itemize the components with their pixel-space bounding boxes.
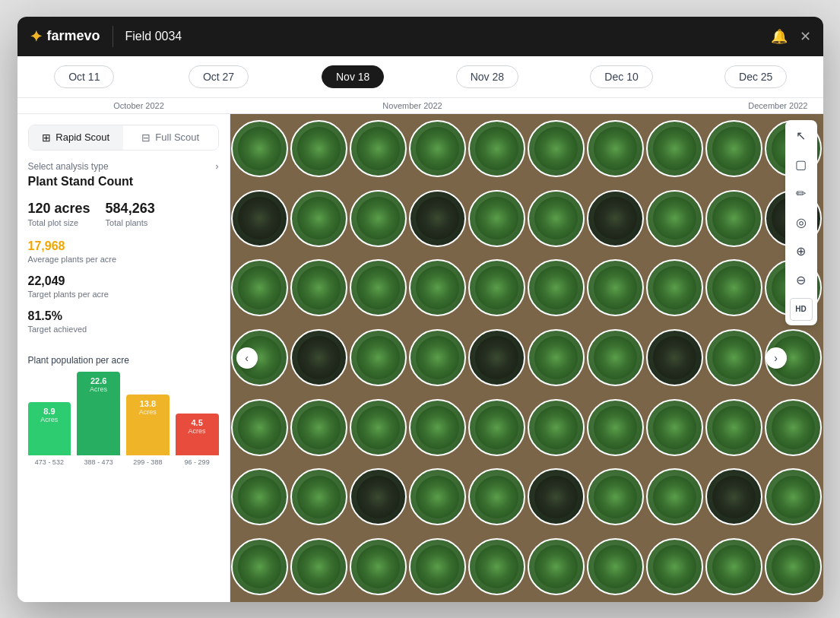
plant-cell	[230, 462, 290, 532]
plant-circle	[646, 190, 703, 247]
bar-wrapper-3: 4.5Acres96 - 299	[176, 414, 219, 466]
chart-section: Plant population per acre 8.9Acres473 - …	[17, 344, 230, 602]
cursor-tool[interactable]: ↖	[790, 125, 813, 147]
timeline-date-5[interactable]: Dec 25	[689, 65, 823, 88]
bar-range-1: 388 - 473	[84, 458, 113, 466]
bar-chart: 8.9Acres473 - 53222.6Acres388 - 47313.8A…	[28, 375, 219, 466]
plant-cell	[705, 462, 764, 532]
plant-circle	[350, 329, 407, 386]
hd-tool[interactable]: HD	[790, 298, 813, 321]
plant-circle	[290, 538, 347, 595]
bar-1: 22.6Acres	[77, 372, 120, 455]
plant-cell	[230, 253, 290, 323]
pen-tool[interactable]: ✏	[790, 182, 813, 205]
bar-wrapper-1: 22.6Acres388 - 473	[77, 372, 120, 466]
plant-cell	[408, 392, 468, 462]
scout-label-0: Rapid Scout	[55, 132, 109, 143]
plant-cell	[468, 323, 527, 393]
plant-cell	[645, 114, 705, 184]
bar-sub-1: Acres	[90, 385, 107, 393]
main-content: ⊞Rapid Scout⊟Full Scout Select analysis …	[17, 114, 823, 602]
plant-cell	[527, 253, 586, 323]
plant-cell	[645, 462, 705, 532]
notification-icon[interactable]: 🔔	[771, 28, 788, 45]
bar-wrapper-2: 13.8Acres299 - 388	[126, 395, 170, 466]
plant-cell	[408, 183, 468, 253]
scout-btn-1[interactable]: ⊟Full Scout	[123, 125, 218, 150]
plant-cell	[645, 392, 705, 462]
plant-cell	[349, 462, 408, 532]
plant-circle	[705, 190, 762, 247]
plant-circle	[350, 259, 407, 316]
plant-circle	[528, 468, 585, 525]
titlebar: ✦ farmevo Field 0034 🔔 ✕	[17, 17, 823, 56]
scout-btn-0[interactable]: ⊞Rapid Scout	[29, 125, 124, 150]
total-plot-size: 120 acres Total plot size	[28, 201, 90, 227]
plant-circle	[646, 538, 703, 595]
zoom-out-tool[interactable]: ⊖	[790, 269, 813, 292]
plant-cell	[705, 253, 764, 323]
camera-tool[interactable]: ◎	[790, 211, 813, 234]
plant-circle	[528, 538, 585, 595]
plant-circle	[409, 190, 466, 247]
timeline-date-3[interactable]: Nov 28	[420, 65, 555, 88]
bar-3: 4.5Acres	[176, 414, 219, 455]
app-window: ✦ farmevo Field 0034 🔔 ✕ Oct 11Oct 27Nov…	[17, 17, 823, 602]
timeline-date-1[interactable]: Oct 27	[151, 65, 286, 88]
bar-range-3: 96 - 299	[185, 458, 210, 466]
analysis-type-title: Plant Stand Count	[28, 175, 219, 189]
plant-cell	[586, 323, 645, 393]
plant-circle	[587, 538, 644, 595]
logo-text: farmevo	[47, 28, 100, 44]
titlebar-actions: 🔔 ✕	[771, 28, 811, 45]
plant-cell	[408, 532, 468, 602]
plant-circle	[705, 259, 762, 316]
plant-cell	[527, 114, 586, 184]
plant-circle	[350, 468, 407, 525]
plant-circle	[528, 259, 585, 316]
target-achieved-label: Target achieved	[28, 325, 219, 334]
scout-icon-0: ⊞	[42, 132, 51, 144]
plant-circle	[528, 120, 585, 177]
plant-cell	[586, 392, 645, 462]
bar-value-0: 8.9	[43, 407, 55, 416]
timeline-date-2[interactable]: Nov 18	[286, 65, 420, 88]
timeline-date-0[interactable]: Oct 11	[17, 65, 152, 88]
plant-circle	[587, 120, 644, 177]
plant-circle	[350, 190, 407, 247]
plant-cell	[586, 532, 645, 602]
scout-toggle: ⊞Rapid Scout⊟Full Scout	[28, 125, 219, 151]
total-plot-size-label: Total plot size	[28, 218, 90, 227]
tool-panel: ↖ ▢ ✏ ◎ ⊕ ⊖ HD	[785, 120, 817, 325]
avg-plants-label: Average plants per acre	[28, 255, 219, 264]
bar-value-1: 22.6	[90, 376, 106, 385]
plant-cell	[705, 392, 764, 462]
plant-circle	[290, 399, 347, 456]
plant-circle	[409, 259, 466, 316]
plant-circle	[765, 468, 822, 525]
plant-circle	[646, 468, 703, 525]
plant-cell	[230, 392, 290, 462]
map-nav-right[interactable]: ›	[766, 347, 787, 369]
analysis-label-row[interactable]: Select analysis type ›	[28, 161, 219, 172]
map-nav-left[interactable]: ‹	[236, 347, 258, 369]
plant-cell	[349, 392, 408, 462]
select-tool[interactable]: ▢	[790, 154, 813, 176]
plant-cell	[290, 183, 349, 253]
plant-cell	[468, 532, 527, 602]
plant-cell	[468, 392, 527, 462]
plant-cell	[290, 392, 349, 462]
close-icon[interactable]: ✕	[800, 28, 811, 45]
plant-circle	[231, 259, 288, 316]
zoom-in-tool[interactable]: ⊕	[790, 240, 813, 263]
plant-cell	[468, 114, 527, 184]
timeline-date-4[interactable]: Dec 10	[554, 65, 689, 88]
bar-wrapper-0: 8.9Acres473 - 532	[28, 402, 71, 466]
plant-cell	[408, 462, 468, 532]
plants-grid	[230, 114, 823, 602]
bar-0: 8.9Acres	[28, 402, 71, 455]
plant-cell	[290, 114, 349, 184]
bar-value-3: 4.5	[191, 418, 202, 427]
total-plants-label: Total plants	[106, 218, 155, 227]
plant-cell	[586, 183, 645, 253]
